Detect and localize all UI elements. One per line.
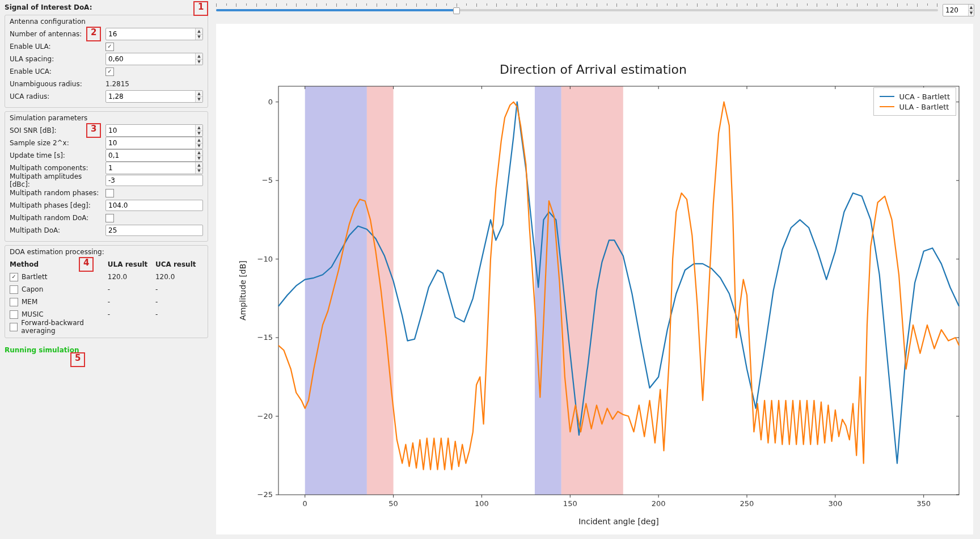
method-name: Bartlett xyxy=(22,273,47,281)
method-checkbox[interactable]: ✓ xyxy=(10,273,18,281)
mp-random-doa-label: Multipath random DoA: xyxy=(10,214,103,222)
fb-averaging-checkbox[interactable] xyxy=(10,323,18,331)
unambig-radius-value: 1.2815 xyxy=(105,80,129,88)
uca-result: - xyxy=(155,298,203,306)
method-checkbox[interactable] xyxy=(10,298,18,306)
legend-label: ULA - Bartlett xyxy=(899,103,949,111)
antenna-group: Antenna configuration Number of antennas… xyxy=(5,15,208,108)
svg-text:200: 200 xyxy=(652,499,666,508)
svg-text:Direction of Arrival estimatio: Direction of Arrival estimation xyxy=(500,62,687,77)
unambig-radius-label: Unambiguous radius: xyxy=(10,80,103,88)
sim-group: Simulation parameters SOI SNR [dB]: 3 ▲▼… xyxy=(5,111,208,242)
mp-amplitudes-label: Multipath amplitudes [dBc]: xyxy=(10,172,103,188)
sim-group-label: Simulation parameters xyxy=(10,114,203,122)
uca-radius-down[interactable]: ▼ xyxy=(196,97,202,103)
uca-radius-label: UCA radius: xyxy=(10,92,103,100)
legend: UCA - BartlettULA - Bartlett xyxy=(873,87,956,116)
doa-row: MEM-- xyxy=(10,296,203,308)
num-antennas-down[interactable]: ▼ xyxy=(196,35,202,40)
status-label: Running simulation xyxy=(5,346,208,354)
ula-result: - xyxy=(108,285,155,293)
legend-label: UCA - Bartlett xyxy=(899,92,950,101)
svg-rect-3 xyxy=(535,86,561,495)
method-checkbox[interactable] xyxy=(10,310,18,319)
sample-size-label: Sample size 2^x: xyxy=(10,139,103,147)
uca-result: - xyxy=(155,285,203,293)
svg-rect-2 xyxy=(367,86,394,495)
svg-text:−25: −25 xyxy=(257,490,273,499)
col-ula-header: ULA result xyxy=(108,260,155,268)
enable-ula-checkbox[interactable]: ✓ xyxy=(105,43,114,51)
sidebar: Signal of Interest DoA: 1 Antenna config… xyxy=(0,0,213,539)
svg-text:0: 0 xyxy=(303,499,307,508)
svg-text:−10: −10 xyxy=(257,255,273,263)
uca-result: 120.0 xyxy=(155,273,203,281)
ula-spacing-label: ULA spacing: xyxy=(10,55,103,63)
mp-doa-input[interactable] xyxy=(105,225,203,236)
uca-radius-input[interactable]: ▲▼ xyxy=(105,90,203,103)
enable-ula-label: Enable ULA: xyxy=(10,43,103,50)
mp-random-doa-checkbox[interactable] xyxy=(105,214,114,222)
num-antennas-up[interactable]: ▲ xyxy=(196,28,202,35)
svg-text:0: 0 xyxy=(268,98,273,106)
svg-text:300: 300 xyxy=(828,499,842,508)
ula-spacing-down[interactable]: ▼ xyxy=(196,60,202,65)
method-name: MUSIC xyxy=(22,310,44,318)
mp-random-phases-label: Multipath random phases: xyxy=(10,189,103,197)
enable-uca-label: Enable UCA: xyxy=(10,68,103,75)
mp-phases-label: Multipath phases [deg]: xyxy=(10,201,103,209)
svg-text:Incident angle [deg]: Incident angle [deg] xyxy=(578,517,659,526)
doa-group-label: DOA estimation processing: xyxy=(10,248,203,256)
fb-averaging-label: Forward-backward averaging xyxy=(21,319,115,335)
col-uca-header: UCA result xyxy=(155,260,203,268)
ula-spacing-up[interactable]: ▲ xyxy=(196,53,202,60)
uca-radius-up[interactable]: ▲ xyxy=(196,91,202,97)
sample-size-input[interactable]: ▲▼ xyxy=(105,137,203,149)
svg-text:250: 250 xyxy=(740,499,754,508)
doa-group: DOA estimation processing: Method 4 ULA … xyxy=(5,245,208,338)
mp-random-phases-checkbox[interactable] xyxy=(105,189,114,197)
svg-text:50: 50 xyxy=(388,499,398,508)
mp-components-label: Multipath components: xyxy=(10,164,103,172)
doa-row: ✓Bartlett120.0120.0 xyxy=(10,271,203,283)
method-checkbox[interactable] xyxy=(10,285,18,294)
mp-amplitudes-input[interactable] xyxy=(105,175,203,186)
doa-value-input[interactable]: ▲▼ xyxy=(943,4,974,16)
method-name: Capon xyxy=(22,285,43,293)
svg-rect-4 xyxy=(561,86,623,495)
ula-result: 120.0 xyxy=(108,273,155,281)
mp-phases-input[interactable] xyxy=(105,200,203,211)
enable-uca-checkbox[interactable]: ✓ xyxy=(105,68,114,76)
soi-snr-input[interactable]: ▲▼ xyxy=(105,124,203,137)
svg-text:−5: −5 xyxy=(262,176,273,184)
ula-result: - xyxy=(108,310,155,318)
doa-row: Capon-- xyxy=(10,283,203,296)
svg-text:350: 350 xyxy=(916,499,931,508)
svg-text:100: 100 xyxy=(475,499,489,508)
uca-result: - xyxy=(155,310,203,318)
svg-text:−20: −20 xyxy=(257,412,273,420)
ula-spacing-input[interactable]: ▲▼ xyxy=(105,53,203,65)
mp-doa-label: Multipath DoA: xyxy=(10,226,103,234)
update-time-input[interactable]: ▲▼ xyxy=(105,149,203,162)
svg-text:150: 150 xyxy=(563,499,577,508)
update-time-label: Update time [s]: xyxy=(10,151,103,159)
ula-result: - xyxy=(108,298,155,306)
method-name: MEM xyxy=(22,298,37,306)
svg-rect-1 xyxy=(305,86,367,495)
doa-title: Signal of Interest DoA: xyxy=(5,3,92,11)
mp-components-input[interactable]: ▲▼ xyxy=(105,162,203,174)
plot-area: Direction of Arrival estimation050100150… xyxy=(216,24,973,534)
num-antennas-input[interactable]: ▲▼ xyxy=(105,28,203,40)
antenna-group-label: Antenna configuration xyxy=(10,18,203,26)
doa-slider[interactable] xyxy=(216,2,938,18)
svg-text:−15: −15 xyxy=(257,333,273,342)
svg-text:Amplitude [dB]: Amplitude [dB] xyxy=(238,260,247,321)
